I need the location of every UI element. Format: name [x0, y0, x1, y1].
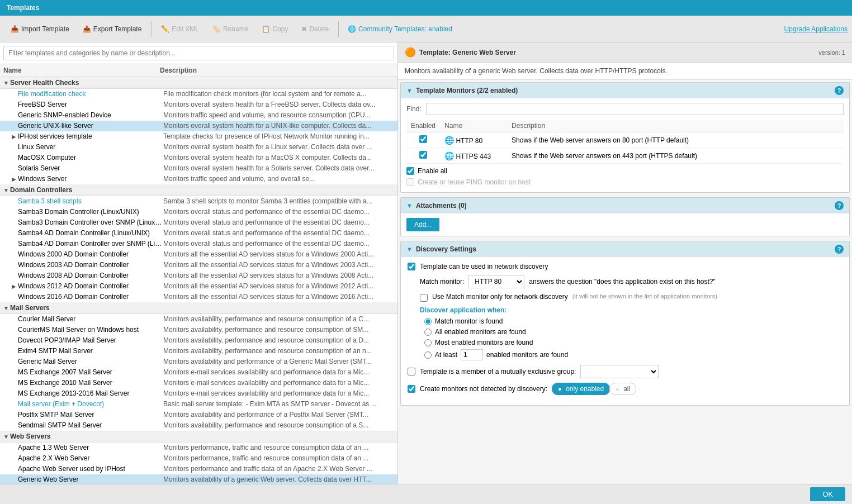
ping-monitor-checkbox[interactable] — [406, 178, 414, 186]
list-item[interactable]: Courier Mail Server Monitors availabilit… — [0, 314, 397, 325]
collapse-monitors-icon: ▼ — [406, 87, 413, 94]
can-be-used-row: Template can be used in network discover… — [408, 263, 842, 270]
list-item[interactable]: Solaris Server Monitors overall system h… — [0, 163, 397, 174]
list-item[interactable]: Postfix SMTP Mail Server Monitors availa… — [0, 410, 397, 420]
list-item[interactable]: Generic SNMP-enabled Device Monitors tra… — [0, 110, 397, 121]
copy-button[interactable]: 📋 Copy — [255, 22, 294, 36]
list-item[interactable]: MacOSX Computer Monitors overall system … — [0, 153, 397, 163]
list-item[interactable]: ▶ IPHost services template Template chec… — [0, 131, 397, 142]
add-attachment-button[interactable]: Add... — [406, 218, 439, 231]
attachments-section: ▼ Attachments (0) ? Add... — [400, 197, 850, 236]
find-input[interactable] — [426, 103, 844, 115]
category-server-health[interactable]: ▼ Server Health Checks — [0, 77, 397, 89]
collapse-discovery-icon: ▼ — [406, 246, 413, 253]
use-match-only-row: Use Match monitor only for network disco… — [420, 293, 842, 302]
monitors-section-header[interactable]: ▼ Template Monitors (2/2 enabled) ? — [401, 83, 849, 98]
list-item[interactable]: Samba3 Domain Controller over SNMP (Linu… — [0, 217, 397, 228]
edit-xml-icon: ✏️ — [161, 25, 169, 33]
can-be-used-checkbox[interactable] — [408, 263, 415, 270]
list-item[interactable]: Mail server (Exim + Dovecot) Basic mail … — [0, 399, 397, 410]
radio-all-enabled-label: All enabled monitors are found — [435, 328, 526, 336]
attachments-section-body: Add... — [401, 213, 849, 236]
title-text: Templates — [7, 4, 39, 12]
discovery-help-button[interactable]: ? — [835, 245, 844, 254]
list-item[interactable]: Apache 2.X Web Server Monitors performan… — [0, 453, 397, 464]
monitor-desc-1: Shows if the Web server answers on 80 po… — [507, 132, 844, 148]
toolbar: 📥 Import Template 📤 Export Template ✏️ E… — [0, 16, 852, 42]
list-item[interactable]: Apache Web Server used by IPHost Monitor… — [0, 464, 397, 474]
member-group-select[interactable] — [580, 365, 659, 378]
list-item[interactable]: MS Exchange 2007 Mail Server Monitors e-… — [0, 367, 397, 378]
attachments-help-button[interactable]: ? — [835, 201, 844, 210]
list-item[interactable]: Windows 2008 AD Domain Controller Monito… — [0, 270, 397, 281]
list-item[interactable]: ▶ Windows 2012 AD Domain Controller Moni… — [0, 281, 397, 292]
list-item[interactable]: Apache 1.3 Web Server Monitors performan… — [0, 443, 397, 453]
list-item[interactable]: Samba 3 shell scripts Samba 3 shell scri… — [0, 196, 397, 207]
delete-button[interactable]: ✖ Delete — [295, 22, 335, 36]
use-match-only-checkbox[interactable] — [420, 294, 428, 302]
list-item[interactable]: Generic Web Server Monitors availability… — [0, 474, 397, 484]
search-input[interactable] — [3, 46, 394, 60]
upgrade-applications-link[interactable]: Upgrade Applications — [784, 25, 848, 33]
match-monitor-label: Match monitor: — [420, 278, 464, 286]
edit-xml-button[interactable]: ✏️ Edit XML — [155, 22, 205, 36]
search-bar — [0, 42, 397, 64]
only-enabled-toggle[interactable]: ● only enabled — [552, 383, 610, 395]
create-monitors-checkbox[interactable] — [408, 385, 415, 393]
find-row: Find: — [406, 103, 844, 115]
list-item[interactable]: CourierMS Mail Server on Windows host Mo… — [0, 325, 397, 335]
radio-all-enabled[interactable] — [424, 329, 432, 336]
list-item[interactable]: Windows 2016 AD Domain Controller Monito… — [0, 292, 397, 302]
enable-all-checkbox[interactable] — [406, 167, 414, 175]
list-item[interactable]: Windows 2000 AD Domain Controller Monito… — [0, 249, 397, 260]
list-item[interactable]: Exim4 SMTP Mail Server Monitors availabi… — [0, 346, 397, 356]
match-monitor-select[interactable]: HTTP 80 — [468, 275, 524, 288]
list-item[interactable]: Dovecot POP3/IMAP Mail Server Monitors a… — [0, 335, 397, 346]
rename-button[interactable]: 🏷️ Rename — [206, 22, 254, 36]
category-web-servers[interactable]: ▼ Web Servers — [0, 431, 397, 443]
tree-header: Name Description — [0, 64, 397, 77]
left-panel: Name Description ▼ Server Health Checks … — [0, 42, 398, 484]
list-item[interactable]: Sendmail SMTP Mail Server Monitors avail… — [0, 420, 397, 431]
template-title: 🟠 Template: Generic Web Server — [405, 47, 516, 58]
list-item[interactable]: MS Exchange 2010 Mail Server Monitors e-… — [0, 378, 397, 388]
monitor-icon-2: 🌐 — [444, 151, 454, 160]
monitors-section: ▼ Template Monitors (2/2 enabled) ? Find… — [400, 82, 850, 193]
ok-button[interactable]: OK — [810, 487, 845, 501]
monitor-enabled-checkbox-2[interactable] — [419, 151, 427, 159]
list-item[interactable]: MS Exchange 2013-2016 Mail Server Monito… — [0, 388, 397, 399]
member-label: Template is a member of a mutually exclu… — [420, 368, 576, 375]
find-label: Find: — [406, 105, 422, 113]
import-template-button[interactable]: 📥 Import Template — [4, 22, 75, 36]
list-item[interactable]: Samba4 AD Domain Controller over SNMP (L… — [0, 239, 397, 249]
enable-all-row: Enable all — [406, 164, 844, 177]
monitors-help-button[interactable]: ? — [835, 86, 844, 95]
list-item[interactable]: File modification check File modificatio… — [0, 89, 397, 99]
attachments-section-header[interactable]: ▼ Attachments (0) ? — [401, 198, 849, 213]
radio-most-enabled[interactable] — [424, 339, 432, 346]
list-item[interactable]: Samba3 Domain Controller (Linux/UNIX) Mo… — [0, 207, 397, 217]
list-item[interactable]: Generic UNIX-like Server Monitors overal… — [0, 121, 397, 131]
radio-match-monitor[interactable] — [424, 318, 432, 325]
export-template-button[interactable]: 📤 Export Template — [77, 22, 148, 36]
category-domain-controllers[interactable]: ▼ Domain Controllers — [0, 184, 397, 196]
list-item[interactable]: Linux Server Monitors overall system hea… — [0, 142, 397, 153]
list-item[interactable]: Windows 2003 AD Domain Controller Monito… — [0, 260, 397, 270]
category-mail-servers[interactable]: ▼ Mail Servers — [0, 302, 397, 314]
rename-icon: 🏷️ — [212, 25, 221, 33]
all-toggle[interactable]: ○ all — [609, 383, 636, 395]
monitor-enabled-checkbox-1[interactable] — [419, 135, 427, 143]
monitors-section-body: Find: Enabled Name Description — [401, 98, 849, 192]
radio-at-least[interactable] — [424, 351, 432, 359]
discovery-section-header[interactable]: ▼ Discovery Settings ? — [401, 241, 849, 257]
list-item[interactable]: FreeBSD Server Monitors overall system h… — [0, 99, 397, 110]
at-least-input[interactable] — [461, 349, 483, 360]
template-icon: 🟠 — [405, 47, 416, 58]
radio-group: Match monitor is found All enabled monit… — [424, 317, 842, 360]
list-item[interactable]: Generic Mail Server Monitors availabilit… — [0, 356, 397, 367]
list-item[interactable]: Samba4 AD Domain Controller (Linux/UNIX)… — [0, 228, 397, 239]
tree-container: ▼ Server Health Checks File modification… — [0, 77, 397, 484]
list-item[interactable]: ▶ Windows Server Monitors traffic speed … — [0, 174, 397, 184]
community-templates-button[interactable]: 🌐 Community Templates: enabled — [342, 22, 458, 36]
member-checkbox[interactable] — [408, 368, 415, 375]
